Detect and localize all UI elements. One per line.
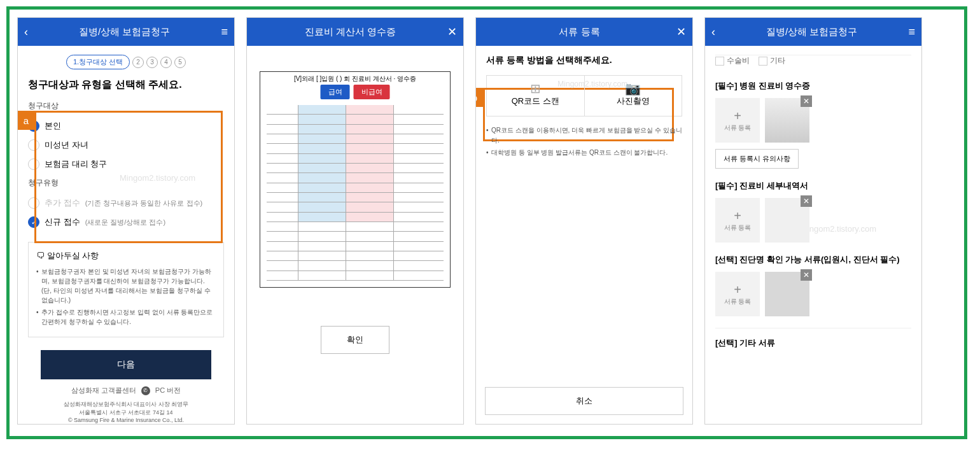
- camera-icon: 📷: [625, 81, 641, 96]
- add-label: 서류 등록: [724, 297, 752, 306]
- footer-line: All Rights Reserved.: [28, 423, 224, 424]
- footer-line: 서울특별시 서초구 서초대로 74길 14: [28, 409, 224, 417]
- radio-icon-checked: [28, 216, 39, 228]
- footer-callcenter[interactable]: 삼성화재 고객콜센터: [71, 386, 136, 395]
- add-document-button[interactable]: + 서류 등록: [715, 198, 760, 243]
- checkbox-etc[interactable]: 기타: [759, 55, 785, 66]
- close-icon[interactable]: ✕: [447, 25, 457, 39]
- content: 수술비 기타 [필수] 병원 진료비 영수증 + 서류 등록 ✕ 서류 등록시 …: [705, 46, 921, 424]
- heading: 청구대상과 유형을 선택해 주세요.: [28, 78, 224, 92]
- page-title: 질병/상해 보험금청구: [715, 26, 908, 38]
- receipt-document: [V]외래 [ ]입원 ( ) 회 진료비 계산서 · 영수증 급여 비급여 M…: [260, 71, 451, 288]
- callout-badge-a: a: [18, 111, 36, 130]
- document-thumbnail[interactable]: ✕: [765, 98, 809, 143]
- instruction-frame: ‹ 질병/상해 보험금청구 ≡ 1.청구대상 선택 2 3 4 5 청구대상과 …: [6, 6, 967, 439]
- pill-noncovered: 비급여: [354, 85, 390, 99]
- info-item: 보험금청구권자 본인 및 미성년 자녀의 보험금청구가 가능하며, 보험금청구권…: [36, 267, 216, 305]
- cancel-button[interactable]: 취소: [485, 387, 683, 415]
- option-label: 사진촬영: [617, 96, 650, 106]
- radio-new[interactable]: 신규 접수 (새로운 질병/상해로 접수): [28, 213, 224, 232]
- next-button[interactable]: 다음: [41, 350, 211, 379]
- add-document-button[interactable]: + 서류 등록: [715, 98, 760, 143]
- callout-badge-b: b: [476, 88, 484, 107]
- checkbox-icon: [759, 57, 767, 66]
- delete-icon[interactable]: ✕: [801, 195, 812, 207]
- titlebar: 진료비 계산서 영수증 ✕: [247, 18, 463, 46]
- section-diagnosis-optional: [선택] 진단명 확인 가능 서류(입원시, 진단서 필수): [715, 254, 911, 265]
- step-1-active: 1.청구대상 선택: [66, 55, 130, 69]
- register-method-options: ⊞ Mingom2.tistory.com QR코드 스캔 📷 사진촬영: [486, 75, 682, 116]
- category-pills: 급여 비급여: [321, 85, 390, 99]
- titlebar: ‹ 질병/상해 보험금청구 ≡: [18, 18, 234, 46]
- page-title: 서류 등록: [482, 26, 676, 38]
- radio-icon: [28, 197, 39, 209]
- notes-button[interactable]: 서류 등록시 유의사항: [715, 149, 799, 169]
- radio-label: 미성년 자녀: [45, 139, 88, 151]
- screen-receipt-preview: 진료비 계산서 영수증 ✕ [V]외래 [ ]입원 ( ) 회 진료비 계산서 …: [246, 17, 464, 425]
- footer-pc-link[interactable]: PC 버전: [155, 386, 181, 395]
- radio-minor[interactable]: 미성년 자녀: [28, 136, 224, 155]
- confirm-button[interactable]: 확인: [321, 326, 389, 354]
- step-5: 5: [174, 57, 186, 68]
- heading: 서류 등록 방법을 선택해주세요.: [486, 55, 682, 66]
- document-thumbnail[interactable]: ✕: [765, 198, 809, 243]
- section-receipt-required: [필수] 병원 진료비 영수증: [715, 80, 911, 92]
- screen-doc-list: ‹ 질병/상해 보험금청구 ≡ 수술비 기타 [필수] 병원 진료비 영수증 +…: [704, 17, 922, 425]
- content: 1.청구대상 선택 2 3 4 5 청구대상과 유형을 선택해 주세요. a 청…: [18, 46, 234, 424]
- section-detail-required: [필수] 진료비 세부내역서: [715, 180, 911, 192]
- radio-icon: [28, 158, 39, 170]
- checkbox-surgery[interactable]: 수술비: [715, 55, 750, 66]
- footer: 삼성화재 고객콜센터 ✆ PC 버전 삼성화재해상보험주식회사 대표이사 사장 …: [28, 379, 224, 424]
- note: QR코드 스캔을 이용하시면, 더욱 빠르게 보험금을 받으실 수 있습니다.: [486, 125, 682, 146]
- step-2: 2: [132, 57, 144, 68]
- radio-sublabel: (기존 청구내용과 동일한 사유로 접수): [85, 199, 203, 208]
- radio-self[interactable]: 본인: [28, 116, 224, 136]
- radio-sublabel: (새로운 질병/상해로 접수): [85, 218, 166, 227]
- checkbox-icon: [715, 57, 724, 66]
- screen-claim-type: ‹ 질병/상해 보험금청구 ≡ 1.청구대상 선택 2 3 4 5 청구대상과 …: [17, 17, 235, 425]
- thumb-row: + 서류 등록 ✕: [715, 198, 911, 243]
- group-label-type: 청구유형: [28, 178, 224, 188]
- thumb-row: + 서류 등록 ✕: [715, 98, 911, 143]
- receipt-title: [V]외래 [ ]입원 ( ) 회 진료비 계산서 · 영수증: [263, 74, 447, 83]
- document-thumbnail[interactable]: ✕: [765, 272, 809, 316]
- info-title: 🗨 알아두실 사항: [36, 250, 216, 262]
- titlebar: ‹ 질병/상해 보험금청구 ≡: [705, 18, 921, 46]
- radio-label: 본인: [45, 120, 61, 132]
- plus-icon: +: [734, 283, 741, 297]
- add-label: 서류 등록: [724, 223, 752, 232]
- menu-icon[interactable]: ≡: [908, 25, 915, 39]
- delete-icon[interactable]: ✕: [801, 269, 812, 281]
- close-icon[interactable]: ✕: [676, 25, 686, 39]
- qr-icon: ⊞: [530, 81, 541, 96]
- menu-icon[interactable]: ≡: [221, 25, 228, 39]
- step-3: 3: [146, 57, 158, 68]
- radio-proxy[interactable]: 보험금 대리 청구: [28, 155, 224, 174]
- thumb-row: + 서류 등록 ✕: [715, 272, 911, 316]
- page-title: 진료비 계산서 영수증: [253, 26, 447, 38]
- screen-doc-register: 서류 등록 ✕ 서류 등록 방법을 선택해주세요. b ⊞ Mingom2.ti…: [475, 17, 693, 425]
- button-row: 확인: [247, 313, 463, 367]
- titlebar: 서류 등록 ✕: [476, 18, 692, 46]
- footer-line: 삼성화재해상보험주식회사 대표이사 사장 최영무: [28, 400, 224, 409]
- footer-line: © Samsung Fire & Marine Insurance Co., L…: [28, 417, 224, 423]
- add-label: 서류 등록: [724, 123, 752, 132]
- phone-icon: ✆: [141, 386, 150, 395]
- delete-icon[interactable]: ✕: [801, 95, 812, 107]
- add-document-button[interactable]: + 서류 등록: [715, 272, 760, 316]
- group-label-target: 청구대상: [28, 101, 224, 111]
- plus-icon: +: [734, 109, 741, 123]
- info-box: 🗨 알아두실 사항 보험금청구권자 본인 및 미성년 자녀의 보험금청구가 가능…: [28, 242, 224, 337]
- option-qr-scan[interactable]: ⊞ Mingom2.tistory.com QR코드 스캔: [487, 76, 584, 116]
- checkbox-row: 수술비 기타: [715, 55, 911, 69]
- radio-additional[interactable]: 추가 접수 (기존 청구내용과 동일한 사유로 접수): [28, 193, 224, 213]
- radio-label: 신규 접수: [45, 216, 80, 228]
- receipt-table: [267, 105, 444, 281]
- radio-label: 추가 접수: [45, 197, 80, 209]
- section-etc-optional: [선택] 기타 서류: [715, 328, 911, 349]
- plus-icon: +: [734, 209, 741, 223]
- page-title: 질병/상해 보험금청구: [28, 26, 221, 38]
- option-photo[interactable]: 📷 사진촬영: [584, 76, 682, 116]
- info-item: 추가 접수로 진행하시면 사고정보 입력 없이 서류 등록만으로 간편하게 청구…: [36, 307, 216, 327]
- step-4: 4: [160, 57, 172, 68]
